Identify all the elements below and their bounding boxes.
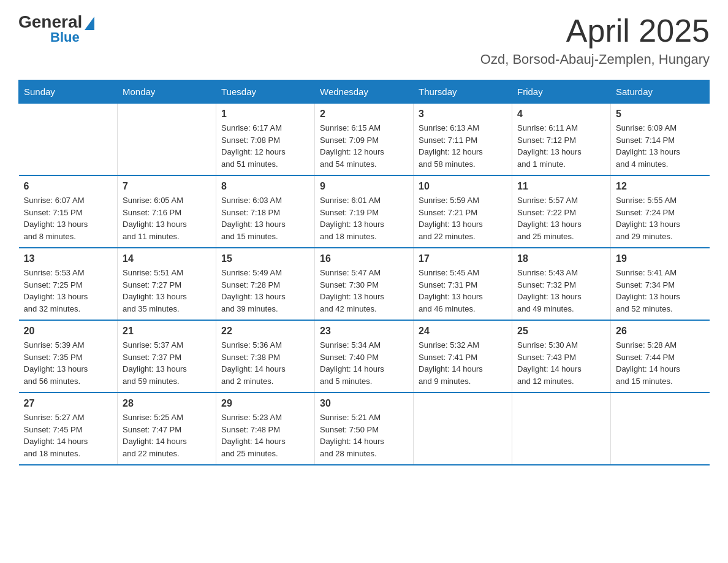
day-info: Sunrise: 5:28 AM Sunset: 7:44 PM Dayligh… — [616, 339, 705, 387]
day-info: Sunrise: 6:17 AM Sunset: 7:08 PM Dayligh… — [221, 122, 309, 170]
calendar-location: Ozd, Borsod-Abauj-Zemplen, Hungary — [480, 52, 710, 67]
calendar-cell: 10Sunrise: 5:59 AM Sunset: 7:21 PM Dayli… — [414, 175, 512, 248]
calendar-cell: 20Sunrise: 5:39 AM Sunset: 7:35 PM Dayli… — [19, 320, 118, 393]
day-info: Sunrise: 5:45 AM Sunset: 7:31 PM Dayligh… — [419, 267, 507, 315]
calendar-header-row: SundayMondayTuesdayWednesdayThursdayFrid… — [19, 80, 710, 104]
calendar-week-row: 6Sunrise: 6:07 AM Sunset: 7:15 PM Daylig… — [19, 175, 710, 248]
day-info: Sunrise: 6:09 AM Sunset: 7:14 PM Dayligh… — [616, 122, 705, 170]
calendar-cell: 22Sunrise: 5:36 AM Sunset: 7:38 PM Dayli… — [216, 320, 315, 393]
day-number: 25 — [517, 326, 605, 337]
day-number: 7 — [123, 181, 211, 192]
calendar-header-saturday: Saturday — [611, 80, 710, 104]
calendar-cell: 17Sunrise: 5:45 AM Sunset: 7:31 PM Dayli… — [414, 248, 512, 320]
day-info: Sunrise: 5:34 AM Sunset: 7:40 PM Dayligh… — [320, 339, 408, 387]
calendar-week-row: 20Sunrise: 5:39 AM Sunset: 7:35 PM Dayli… — [19, 320, 710, 393]
calendar-cell: 5Sunrise: 6:09 AM Sunset: 7:14 PM Daylig… — [611, 104, 710, 176]
day-number: 3 — [419, 109, 507, 120]
calendar-cell: 1Sunrise: 6:17 AM Sunset: 7:08 PM Daylig… — [216, 104, 315, 176]
calendar-cell: 24Sunrise: 5:32 AM Sunset: 7:41 PM Dayli… — [414, 320, 512, 393]
day-number: 30 — [320, 398, 408, 409]
logo-triangle-icon — [85, 17, 94, 30]
day-number: 4 — [517, 109, 605, 120]
calendar-cell: 4Sunrise: 6:11 AM Sunset: 7:12 PM Daylig… — [512, 104, 611, 176]
calendar-cell: 25Sunrise: 5:30 AM Sunset: 7:43 PM Dayli… — [512, 320, 611, 393]
day-number: 22 — [221, 326, 309, 337]
calendar-cell: 23Sunrise: 5:34 AM Sunset: 7:40 PM Dayli… — [315, 320, 414, 393]
day-number: 13 — [24, 253, 113, 264]
day-info: Sunrise: 5:23 AM Sunset: 7:48 PM Dayligh… — [221, 412, 309, 459]
calendar-cell — [118, 104, 216, 176]
day-info: Sunrise: 5:39 AM Sunset: 7:35 PM Dayligh… — [24, 339, 113, 387]
calendar-cell — [611, 393, 710, 465]
calendar-header-tuesday: Tuesday — [216, 80, 315, 104]
calendar-cell: 12Sunrise: 5:55 AM Sunset: 7:24 PM Dayli… — [611, 175, 710, 248]
calendar-cell — [414, 393, 512, 465]
day-number: 29 — [221, 398, 309, 409]
day-number: 8 — [221, 181, 309, 192]
day-info: Sunrise: 5:25 AM Sunset: 7:47 PM Dayligh… — [123, 412, 211, 459]
calendar-cell: 18Sunrise: 5:43 AM Sunset: 7:32 PM Dayli… — [512, 248, 611, 320]
calendar-cell: 2Sunrise: 6:15 AM Sunset: 7:09 PM Daylig… — [315, 104, 414, 176]
calendar-week-row: 27Sunrise: 5:27 AM Sunset: 7:45 PM Dayli… — [19, 393, 710, 465]
day-number: 1 — [221, 109, 309, 120]
calendar-cell: 3Sunrise: 6:13 AM Sunset: 7:11 PM Daylig… — [414, 104, 512, 176]
calendar-header-monday: Monday — [118, 80, 216, 104]
day-info: Sunrise: 5:37 AM Sunset: 7:37 PM Dayligh… — [123, 339, 211, 387]
day-info: Sunrise: 5:47 AM Sunset: 7:30 PM Dayligh… — [320, 267, 408, 315]
calendar-table: SundayMondayTuesdayWednesdayThursdayFrid… — [18, 80, 710, 465]
day-number: 14 — [123, 253, 211, 264]
calendar-cell: 14Sunrise: 5:51 AM Sunset: 7:27 PM Dayli… — [118, 248, 216, 320]
calendar-cell: 29Sunrise: 5:23 AM Sunset: 7:48 PM Dayli… — [216, 393, 315, 465]
day-info: Sunrise: 6:11 AM Sunset: 7:12 PM Dayligh… — [517, 122, 605, 170]
day-info: Sunrise: 5:41 AM Sunset: 7:34 PM Dayligh… — [616, 267, 705, 315]
day-info: Sunrise: 5:59 AM Sunset: 7:21 PM Dayligh… — [419, 194, 507, 242]
calendar-cell: 28Sunrise: 5:25 AM Sunset: 7:47 PM Dayli… — [118, 393, 216, 465]
day-number: 2 — [320, 109, 408, 120]
calendar-cell: 21Sunrise: 5:37 AM Sunset: 7:37 PM Dayli… — [118, 320, 216, 393]
day-number: 9 — [320, 181, 408, 192]
calendar-cell: 7Sunrise: 6:05 AM Sunset: 7:16 PM Daylig… — [118, 175, 216, 248]
calendar-cell: 19Sunrise: 5:41 AM Sunset: 7:34 PM Dayli… — [611, 248, 710, 320]
day-number: 18 — [517, 253, 605, 264]
day-number: 27 — [24, 398, 113, 409]
day-number: 28 — [123, 398, 211, 409]
day-number: 19 — [616, 253, 705, 264]
day-number: 11 — [517, 181, 605, 192]
day-info: Sunrise: 5:53 AM Sunset: 7:25 PM Dayligh… — [24, 267, 113, 315]
calendar-cell: 9Sunrise: 6:01 AM Sunset: 7:19 PM Daylig… — [315, 175, 414, 248]
day-info: Sunrise: 5:27 AM Sunset: 7:45 PM Dayligh… — [24, 412, 113, 459]
calendar-cell — [19, 104, 118, 176]
calendar-week-row: 13Sunrise: 5:53 AM Sunset: 7:25 PM Dayli… — [19, 248, 710, 320]
day-number: 17 — [419, 253, 507, 264]
day-info: Sunrise: 5:49 AM Sunset: 7:28 PM Dayligh… — [221, 267, 309, 315]
day-number: 16 — [320, 253, 408, 264]
calendar-header-friday: Friday — [512, 80, 611, 104]
calendar-cell: 13Sunrise: 5:53 AM Sunset: 7:25 PM Dayli… — [19, 248, 118, 320]
calendar-header-thursday: Thursday — [414, 80, 512, 104]
day-number: 21 — [123, 326, 211, 337]
day-info: Sunrise: 6:01 AM Sunset: 7:19 PM Dayligh… — [320, 194, 408, 242]
calendar-cell: 11Sunrise: 5:57 AM Sunset: 7:22 PM Dayli… — [512, 175, 611, 248]
day-number: 10 — [419, 181, 507, 192]
day-info: Sunrise: 6:15 AM Sunset: 7:09 PM Dayligh… — [320, 122, 408, 170]
day-number: 20 — [24, 326, 113, 337]
calendar-title: April 2025 — [480, 12, 710, 49]
day-info: Sunrise: 5:21 AM Sunset: 7:50 PM Dayligh… — [320, 412, 408, 459]
day-number: 6 — [24, 181, 113, 192]
calendar-cell: 26Sunrise: 5:28 AM Sunset: 7:44 PM Dayli… — [611, 320, 710, 393]
day-number: 15 — [221, 253, 309, 264]
calendar-header-sunday: Sunday — [19, 80, 118, 104]
day-number: 23 — [320, 326, 408, 337]
calendar-cell — [512, 393, 611, 465]
calendar-cell: 15Sunrise: 5:49 AM Sunset: 7:28 PM Dayli… — [216, 248, 315, 320]
title-block: April 2025 Ozd, Borsod-Abauj-Zemplen, Hu… — [480, 12, 710, 67]
calendar-cell: 16Sunrise: 5:47 AM Sunset: 7:30 PM Dayli… — [315, 248, 414, 320]
day-info: Sunrise: 5:55 AM Sunset: 7:24 PM Dayligh… — [616, 194, 705, 242]
calendar-cell: 27Sunrise: 5:27 AM Sunset: 7:45 PM Dayli… — [19, 393, 118, 465]
day-info: Sunrise: 6:07 AM Sunset: 7:15 PM Dayligh… — [24, 194, 113, 242]
day-info: Sunrise: 6:05 AM Sunset: 7:16 PM Dayligh… — [123, 194, 211, 242]
day-info: Sunrise: 5:43 AM Sunset: 7:32 PM Dayligh… — [517, 267, 605, 315]
calendar-header-wednesday: Wednesday — [315, 80, 414, 104]
logo-blue-word: Blue — [50, 29, 80, 45]
logo: General Blue — [18, 12, 96, 45]
